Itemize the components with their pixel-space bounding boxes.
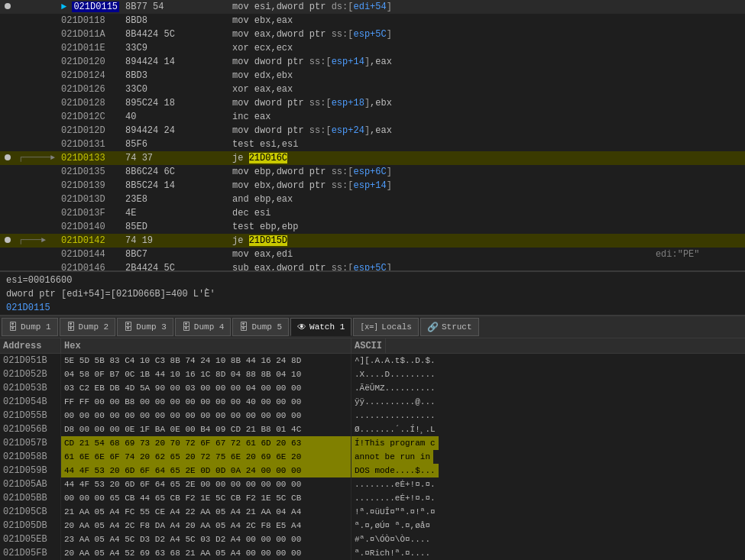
disasm-comment (653, 151, 745, 165)
bp-cell[interactable] (0, 165, 15, 179)
disasm-row[interactable]: 021D01448BC7mov eax,ediedi:"PE" (0, 248, 745, 261)
disasm-row[interactable]: 021D01462B4424 5Csub eax,dword ptr ss:[e… (0, 261, 745, 271)
bp-cell[interactable] (0, 124, 15, 138)
bp-cell[interactable] (0, 28, 15, 41)
disasm-comment (653, 14, 745, 28)
bp-cell[interactable] (0, 234, 15, 248)
disasm-instruction: mov eax,edi (229, 248, 653, 261)
disasm-row[interactable]: 021D011E33C9xor ecx,ecx (0, 41, 745, 55)
disasm-addr: 021D013D (58, 193, 122, 206)
bp-cell[interactable] (0, 41, 15, 55)
bp-cell[interactable] (0, 220, 15, 234)
tab-dump5[interactable]: 🗄Dump 5 (232, 318, 289, 336)
disasm-row[interactable]: ┌────►021D014274 19je 21D015D (0, 234, 745, 248)
dump-row[interactable]: 021D052B04 58 0F B7 0C 1B 44 10 16 1C 8D… (0, 367, 745, 381)
bp-cell[interactable] (0, 0, 15, 14)
dump-row[interactable]: 021D057BCD 21 54 68 69 73 20 70 72 6F 67… (0, 436, 745, 450)
disasm-addr: 021D011A (58, 28, 122, 41)
disasm-addr: 021D0124 (58, 69, 122, 83)
tab-struct[interactable]: 🔗Struct (420, 318, 479, 336)
dump-row[interactable]: 021D051B5E 5D 5B 83 C4 10 C3 8B 74 24 10… (0, 354, 745, 367)
bp-cell[interactable] (0, 55, 15, 69)
dump-row[interactable]: 021D05DB20 AA 05 A4 2C F8 DA A4 20 AA 05… (0, 519, 745, 532)
dump-row[interactable]: 021D058B61 6E 6E 6F 74 20 62 65 20 72 75… (0, 450, 745, 464)
dump-row[interactable]: 021D056BD8 00 00 00 0E 1F BA 0E 00 B4 09… (0, 422, 745, 436)
dump-row-addr: 021D056B (0, 422, 61, 436)
disasm-row[interactable]: 021D01248BD3mov edx,ebx (0, 69, 745, 83)
dump-row-addr: 021D05EB (0, 532, 61, 546)
disasm-row[interactable]: ► 021D01158B77 54mov esi,dword ptr ds:[e… (0, 0, 745, 14)
dump-row-ascii: annot be run in (351, 450, 433, 464)
dump-row[interactable]: 021D059B44 4F 53 20 6D 6F 64 65 2E 0D 0D… (0, 464, 745, 477)
disasm-row[interactable]: 021D013185F6test esi,esi (0, 138, 745, 151)
disasm-comment (653, 41, 745, 55)
tab-dump4[interactable]: 🗄Dump 4 (175, 318, 232, 336)
bp-cell[interactable] (0, 138, 15, 151)
dump4-label: Dump 4 (194, 322, 225, 332)
disasm-instruction: mov ebp,dword ptr ss:[esp+6C] (229, 165, 653, 179)
disasm-row[interactable]: 021D012633C0xor eax,eax (0, 83, 745, 96)
bp-cell[interactable] (0, 14, 15, 28)
dump-row-hex: 5E 5D 5B 83 C4 10 C3 8B 74 24 10 8B 44 1… (61, 354, 351, 367)
disasm-addr: 021D0135 (58, 165, 122, 179)
disasm-row[interactable]: 021D0120894424 14mov dword ptr ss:[esp+1… (0, 55, 745, 69)
disasm-row[interactable]: 021D01398B5C24 14mov ebx,dword ptr ss:[e… (0, 179, 745, 193)
disasm-row[interactable]: 021D014085EDtest ebp,ebp (0, 220, 745, 234)
tab-dump1[interactable]: 🗄Dump 1 (2, 318, 58, 336)
disasm-row[interactable]: ┌──────►021D013374 37je 21D016C (0, 151, 745, 165)
dump-row[interactable]: 021D05CB21 AA 05 A4 FC 55 CE A4 22 AA 05… (0, 505, 745, 519)
bp-cell[interactable] (0, 179, 15, 193)
tab-locals[interactable]: [x=]Locals (353, 318, 419, 336)
dump-header-hex: Hex (61, 338, 351, 353)
tab-dump2[interactable]: 🗄Dump 2 (60, 318, 116, 336)
disasm-comment (653, 0, 745, 14)
bp-cell[interactable] (0, 83, 15, 96)
disasm-hex: 8B77 54 (122, 0, 229, 14)
dump-row-addr: 021D05BB (0, 491, 61, 505)
disasm-row[interactable]: 021D013D23E8and ebp,eax (0, 193, 745, 206)
disasm-instruction: je 21D015D (229, 234, 653, 248)
disasm-comment (653, 179, 745, 193)
tab-dump3[interactable]: 🗄Dump 3 (117, 318, 173, 336)
disasm-comment (653, 165, 745, 179)
dump-row[interactable]: 021D05FB20 AA 05 A4 52 69 63 68 21 AA 05… (0, 546, 745, 560)
dump-row[interactable]: 021D05AB44 4F 53 20 6D 6F 64 65 2E 00 00… (0, 477, 745, 491)
disasm-row[interactable]: 021D012D894424 24mov dword ptr ss:[esp+2… (0, 124, 745, 138)
dump-row[interactable]: 021D05BB00 00 00 65 CB 44 65 CB F2 1E 5C… (0, 491, 745, 505)
disasm-instruction: and ebp,eax (229, 193, 653, 206)
disasm-addr: 021D0146 (58, 261, 122, 271)
bp-cell[interactable] (0, 261, 15, 271)
disasm-row[interactable]: 021D01358B6C24 6Cmov ebp,dword ptr ss:[e… (0, 165, 745, 179)
disasm-hex: 23E8 (122, 193, 229, 206)
dump-row-ascii: ª.¤Rich!ª.¤.... (351, 546, 433, 560)
dump-row[interactable]: 021D05EB23 AA 05 A4 5C D3 D2 A4 5C 03 D2… (0, 532, 745, 546)
dump-rows-container: 021D051B5E 5D 5B 83 C4 10 C3 8B 74 24 10… (0, 354, 745, 560)
bp-cell[interactable] (0, 110, 15, 124)
disasm-hex: 8BC7 (122, 248, 229, 261)
bp-cell[interactable] (0, 96, 15, 110)
dump-row-hex: 03 C2 EB DB 4D 5A 90 00 03 00 00 00 04 0… (61, 381, 351, 395)
dump-row[interactable]: 021D053B03 C2 EB DB 4D 5A 90 00 03 00 00… (0, 381, 745, 395)
watch1-label: Watch 1 (309, 322, 345, 332)
disasm-row[interactable]: 021D012C40inc eax (0, 110, 745, 124)
dump5-label: Dump 5 (251, 322, 282, 332)
dump3-icon: 🗄 (124, 322, 133, 333)
disasm-instruction: mov esi,dword ptr ds:[edi+54] (229, 0, 653, 14)
bp-cell[interactable] (0, 151, 15, 165)
watch1-icon: 👁 (297, 322, 306, 333)
disasm-row[interactable]: 021D01188BD8mov ebx,eax (0, 14, 745, 28)
breakpoint-dot (5, 3, 11, 9)
bp-cell[interactable] (0, 206, 15, 220)
dump-row[interactable]: 021D054BFF FF 00 00 B8 00 00 00 00 00 00… (0, 395, 745, 409)
bp-cell[interactable] (0, 248, 15, 261)
struct-icon: 🔗 (427, 322, 439, 333)
bp-cell[interactable] (0, 69, 15, 83)
disasm-row[interactable]: 021D0128895C24 18mov dword ptr ss:[esp+1… (0, 96, 745, 110)
disasm-row[interactable]: 021D011A8B4424 5Cmov eax,dword ptr ss:[e… (0, 28, 745, 41)
dump-row[interactable]: 021D055B00 00 00 00 00 00 00 00 00 00 00… (0, 409, 745, 422)
tab-watch1[interactable]: 👁Watch 1 (290, 318, 351, 336)
disasm-comment (653, 193, 745, 206)
disasm-addr: 021D012C (58, 110, 122, 124)
disasm-row[interactable]: 021D013F4Edec esi (0, 206, 745, 220)
bp-cell[interactable] (0, 193, 15, 206)
